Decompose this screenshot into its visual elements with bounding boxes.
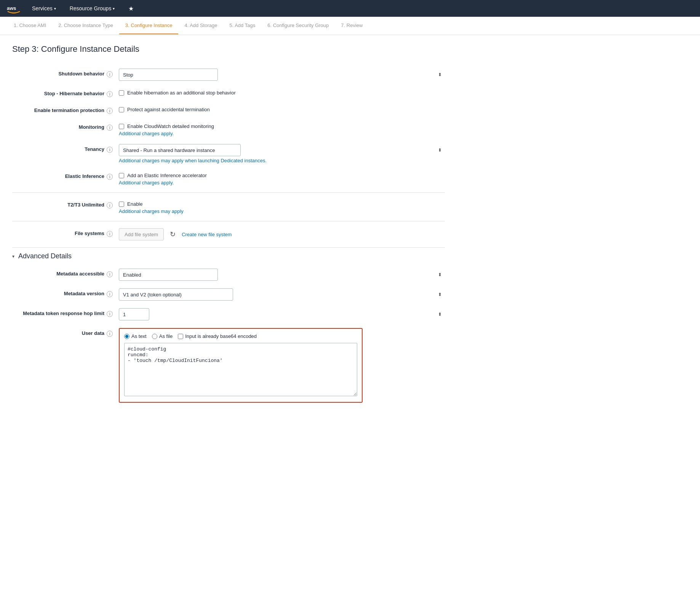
metadata-version-select[interactable]: V1 and V2 (token optional) V2 only (toke…	[119, 288, 233, 301]
aws-logo: aws	[6, 3, 21, 14]
tenancy-label: Tenancy	[85, 146, 104, 152]
breadcrumb-configure-instance[interactable]: 3. Configure Instance	[119, 17, 179, 34]
stop-hibernate-checkbox-row: Enable hibernation as an additional stop…	[119, 88, 445, 96]
user-data-as-file-label: As file	[159, 333, 173, 339]
services-chevron: ▾	[54, 6, 56, 11]
user-data-radio-as-file: As file	[152, 333, 173, 339]
divider-1	[12, 192, 445, 193]
user-data-label: User data	[82, 330, 104, 336]
user-data-as-text-radio[interactable]	[124, 334, 129, 339]
shutdown-behavior-info-icon[interactable]: i	[107, 71, 113, 77]
favorites-nav[interactable]: ★	[125, 3, 137, 14]
elastic-inference-row: Elastic Inference i Add an Elastic Infer…	[12, 167, 445, 189]
tenancy-info-icon[interactable]: i	[107, 147, 113, 153]
monitoring-label: Monitoring	[79, 124, 104, 130]
breadcrumb-review[interactable]: 7. Review	[335, 17, 369, 34]
shutdown-behavior-label-cell: Shutdown behavior i	[12, 69, 119, 77]
termination-protection-checkbox[interactable]	[119, 107, 124, 112]
elastic-inference-label: Elastic Inference	[65, 173, 104, 179]
star-icon: ★	[128, 5, 134, 12]
termination-protection-info-icon[interactable]: i	[107, 108, 113, 114]
metadata-token-hop-info-icon[interactable]: i	[107, 311, 113, 317]
configure-instance-form: Shutdown behavior i Stop Terminate ⬍ Sto…	[12, 65, 445, 407]
user-data-as-file-radio[interactable]	[152, 334, 157, 339]
metadata-token-hop-control: 1 2 3 ⬍	[119, 308, 445, 320]
page-title: Step 3: Configure Instance Details	[12, 44, 445, 54]
stop-hibernate-info-icon[interactable]: i	[107, 91, 113, 97]
monitoring-checkbox[interactable]	[119, 124, 124, 129]
user-data-as-text-label: As text	[131, 333, 147, 339]
termination-protection-row: Enable termination protection i Protect …	[12, 101, 445, 118]
elastic-inference-checkbox[interactable]	[119, 173, 124, 178]
user-data-radio-base64: Input is already base64 encoded	[178, 333, 257, 339]
tenancy-control: Shared - Run a shared hardware instance …	[119, 144, 445, 163]
tenancy-label-cell: Tenancy i	[12, 144, 119, 153]
monitoring-checkbox-label: Enable CloudWatch detailed monitoring	[127, 123, 214, 129]
monitoring-info-icon[interactable]: i	[107, 125, 113, 131]
monitoring-row: Monitoring i Enable CloudWatch detailed …	[12, 118, 445, 140]
file-systems-label: File systems	[75, 230, 104, 236]
breadcrumb-choose-ami[interactable]: 1. Choose AMI	[8, 17, 52, 34]
shutdown-behavior-row: Shutdown behavior i Stop Terminate ⬍	[12, 65, 445, 85]
shutdown-behavior-select-wrapper: Stop Terminate ⬍	[119, 69, 445, 81]
t2t3-checkbox[interactable]	[119, 202, 124, 207]
t2t3-link[interactable]: Additional charges may apply	[119, 208, 445, 214]
t2t3-control: Enable Additional charges may apply	[119, 200, 445, 214]
tenancy-select-wrapper: Shared - Run a shared hardware instance …	[119, 144, 445, 156]
refresh-icon[interactable]: ↻	[170, 230, 176, 238]
t2t3-label-cell: T2/T3 Unlimited i	[12, 200, 119, 208]
termination-protection-checkbox-label: Protect against accidental termination	[127, 107, 210, 112]
resource-groups-nav[interactable]: Resource Groups ▾	[67, 4, 118, 13]
stop-hibernate-label-cell: Stop - Hibernate behavior i	[12, 88, 119, 97]
metadata-token-hop-select[interactable]: 1 2 3	[119, 308, 149, 320]
tenancy-link[interactable]: Additional charges may apply when launch…	[119, 158, 445, 163]
metadata-accessible-row: Metadata accessible i Enabled Disabled ⬍	[12, 265, 445, 285]
services-label: Services	[32, 5, 53, 11]
stop-hibernate-checkbox[interactable]	[119, 90, 124, 96]
shutdown-behavior-select-arrow: ⬍	[438, 72, 442, 77]
file-systems-controls: Add file system ↻ Create new file system	[119, 228, 445, 240]
user-data-base64-label: Input is already base64 encoded	[185, 333, 257, 339]
user-data-info-icon[interactable]: i	[107, 331, 113, 337]
metadata-token-hop-row: Metadata token response hop limit i 1 2 …	[12, 304, 445, 324]
tenancy-select-arrow: ⬍	[438, 147, 442, 153]
elastic-inference-label-cell: Elastic Inference i	[12, 171, 119, 180]
breadcrumb-configure-security-group[interactable]: 6. Configure Security Group	[261, 17, 335, 34]
breadcrumb-add-tags[interactable]: 5. Add Tags	[223, 17, 261, 34]
metadata-version-label-cell: Metadata version i	[12, 288, 119, 297]
shutdown-behavior-control: Stop Terminate ⬍	[119, 69, 445, 81]
monitoring-link[interactable]: Additional charges apply.	[119, 131, 445, 136]
monitoring-control: Enable CloudWatch detailed monitoring Ad…	[119, 122, 445, 136]
elastic-inference-info-icon[interactable]: i	[107, 174, 113, 180]
metadata-accessible-info-icon[interactable]: i	[107, 271, 113, 277]
breadcrumb-bar: 1. Choose AMI 2. Choose Instance Type 3.…	[0, 17, 700, 35]
metadata-accessible-select[interactable]: Enabled Disabled	[119, 269, 218, 281]
elastic-inference-link[interactable]: Additional charges apply.	[119, 180, 445, 186]
termination-protection-control: Protect against accidental termination	[119, 105, 445, 112]
advanced-details-chevron: ▾	[12, 254, 14, 259]
metadata-token-hop-label: Metadata token response hop limit	[23, 311, 104, 316]
termination-protection-checkbox-row: Protect against accidental termination	[119, 105, 445, 112]
tenancy-select[interactable]: Shared - Run a shared hardware instance …	[119, 144, 241, 156]
user-data-textarea[interactable]: #cloud-config runcmd: - 'touch /tmp/Clou…	[124, 343, 357, 396]
services-nav[interactable]: Services ▾	[29, 4, 59, 13]
metadata-token-hop-label-cell: Metadata token response hop limit i	[12, 308, 119, 317]
user-data-base64-checkbox[interactable]	[178, 334, 183, 339]
file-systems-row: File systems i Add file system ↻ Create …	[12, 224, 445, 244]
shutdown-behavior-select[interactable]: Stop Terminate	[119, 69, 218, 81]
advanced-details-header[interactable]: ▾ Advanced Details	[12, 247, 445, 265]
metadata-version-label: Metadata version	[64, 291, 104, 296]
t2t3-info-icon[interactable]: i	[107, 202, 113, 208]
monitoring-label-cell: Monitoring i	[12, 122, 119, 131]
create-new-file-system-link[interactable]: Create new file system	[182, 232, 232, 237]
user-data-control: As text As file Input is already base64 …	[119, 328, 445, 403]
termination-protection-label: Enable termination protection	[34, 107, 104, 113]
breadcrumb-choose-instance-type[interactable]: 2. Choose Instance Type	[52, 17, 119, 34]
add-file-system-button[interactable]: Add file system	[119, 228, 164, 240]
breadcrumb-add-storage[interactable]: 4. Add Storage	[178, 17, 223, 34]
metadata-accessible-label-cell: Metadata accessible i	[12, 269, 119, 277]
file-systems-info-icon[interactable]: i	[107, 231, 113, 237]
svg-text:aws: aws	[7, 5, 16, 11]
monitoring-checkbox-row: Enable CloudWatch detailed monitoring	[119, 122, 445, 129]
metadata-version-info-icon[interactable]: i	[107, 291, 113, 297]
